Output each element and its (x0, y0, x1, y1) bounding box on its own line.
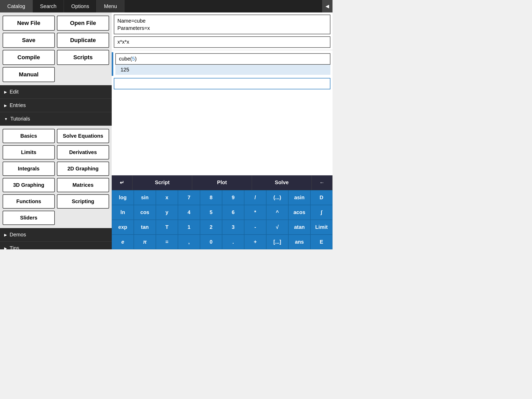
tutorial-solve-equations[interactable]: Solve Equations (57, 129, 109, 143)
expression-area: Name=cube Parameters=x x*x*x cube(5) 125 (112, 12, 332, 175)
function-call-block: cube(5) 125 (112, 52, 332, 76)
tips-section-label: Tips (10, 245, 19, 249)
sidebar: New File Open File Save Duplicate Compil… (0, 12, 112, 249)
result-display: 125 (115, 65, 330, 75)
key-D-button[interactable]: D (310, 190, 332, 205)
open-file-button[interactable]: Open File (57, 16, 109, 31)
key-T-button[interactable]: T (156, 220, 178, 235)
call-argument: 5 (132, 56, 135, 62)
enter-button[interactable]: ↵ (112, 175, 132, 190)
keyboard-top-row: ↵ Script Plot Solve ← (112, 175, 332, 190)
save-button[interactable]: Save (3, 33, 55, 48)
tutorials-section-header[interactable]: Tutorials (0, 112, 112, 126)
tutorial-basics[interactable]: Basics (3, 129, 55, 143)
key-ln-button[interactable]: ln (112, 205, 134, 220)
tutorials-section-label: Tutorials (10, 116, 30, 122)
menu-bar: Catalog Search Options Menu ◀ (0, 0, 332, 12)
function-body-input[interactable]: x*x*x (114, 36, 330, 48)
entries-section-header[interactable]: Entries (0, 99, 112, 112)
key--button[interactable]: π (134, 235, 156, 249)
entries-section-label: Entries (10, 102, 26, 108)
tutorial-integrals[interactable]: Integrals (3, 162, 55, 176)
key--button[interactable]: ^ (266, 205, 288, 220)
collapse-button[interactable]: ◀ (322, 0, 332, 12)
tutorial-functions[interactable]: Functions (3, 194, 55, 209)
key--button[interactable]: . (222, 235, 244, 249)
key--button[interactable]: √ (266, 220, 288, 235)
compile-button[interactable]: Compile (3, 50, 55, 65)
key--button[interactable]: / (244, 190, 266, 205)
function-call-input[interactable]: cube(5) (115, 53, 330, 65)
key-0-button[interactable]: 0 (200, 235, 222, 249)
tips-arrow-icon (4, 246, 7, 250)
key--button[interactable]: * (244, 205, 266, 220)
right-panel: Name=cube Parameters=x x*x*x cube(5) 125 (112, 12, 332, 249)
file-buttons-area: New File Open File Save Duplicate Compil… (0, 12, 112, 85)
key-sin-button[interactable]: sin (134, 190, 156, 205)
key--button[interactable]: (...) (266, 190, 288, 205)
function-definition-input[interactable]: Name=cube Parameters=x (114, 15, 330, 34)
tutorials-arrow-icon (4, 117, 8, 121)
tutorial-limits[interactable]: Limits (3, 145, 55, 159)
key-log-button[interactable]: log (112, 190, 134, 205)
key-Limit-button[interactable]: Limit (310, 220, 332, 235)
key-9-button[interactable]: 9 (222, 190, 244, 205)
edit-section-label: Edit (10, 89, 18, 95)
key--button[interactable]: , (178, 235, 200, 249)
key-atan-button[interactable]: atan (288, 220, 310, 235)
demos-section-label: Demos (10, 232, 26, 238)
tutorial-scripting[interactable]: Scripting (57, 194, 109, 209)
key--button[interactable]: ∫ (310, 205, 332, 220)
key-y-button[interactable]: y (156, 205, 178, 220)
key-acos-button[interactable]: acos (288, 205, 310, 220)
key-8-button[interactable]: 8 (200, 190, 222, 205)
empty-input-row (114, 78, 330, 89)
tutorial-derivatives[interactable]: Derivatives (57, 145, 109, 159)
key-e-button[interactable]: e (112, 235, 134, 249)
entries-arrow-icon (4, 103, 7, 108)
backspace-button[interactable]: ← (312, 175, 332, 190)
tutorial-matrices[interactable]: Matrices (57, 178, 109, 192)
key-asin-button[interactable]: asin (288, 190, 310, 205)
function-params-line: Parameters=x (117, 24, 327, 32)
key-5-button[interactable]: 5 (200, 205, 222, 220)
edit-arrow-icon (4, 90, 7, 94)
tutorial-3d-graphing[interactable]: 3D Graphing (3, 178, 55, 192)
key--button[interactable]: + (244, 235, 266, 249)
script-button[interactable]: Script (132, 175, 192, 190)
empty-input[interactable] (114, 78, 330, 89)
solve-button[interactable]: Solve (252, 175, 312, 190)
duplicate-button[interactable]: Duplicate (57, 33, 109, 48)
key-ans-button[interactable]: ans (288, 235, 310, 249)
key-E-button[interactable]: E (310, 235, 332, 249)
options-menu[interactable]: Options (64, 0, 97, 12)
demos-section-header[interactable]: Demos (0, 228, 112, 242)
new-file-button[interactable]: New File (3, 16, 55, 31)
main-layout: New File Open File Save Duplicate Compil… (0, 12, 332, 249)
search-menu[interactable]: Search (33, 0, 64, 12)
key-x-button[interactable]: x (156, 190, 178, 205)
key-2-button[interactable]: 2 (200, 220, 222, 235)
scripts-button[interactable]: Scripts (57, 50, 109, 65)
tutorial-sliders[interactable]: Sliders (3, 211, 55, 225)
function-name-line: Name=cube (117, 17, 327, 24)
key-tan-button[interactable]: tan (134, 220, 156, 235)
tutorial-2d-graphing[interactable]: 2D Graphing (57, 162, 109, 176)
key-4-button[interactable]: 4 (178, 205, 200, 220)
key--button[interactable]: [...] (266, 235, 288, 249)
key-exp-button[interactable]: exp (112, 220, 134, 235)
manual-button[interactable]: Manual (3, 67, 55, 82)
key--button[interactable]: - (244, 220, 266, 235)
tutorials-content: Basics Solve Equations Limits Derivative… (0, 126, 112, 228)
key-1-button[interactable]: 1 (178, 220, 200, 235)
key-6-button[interactable]: 6 (222, 205, 244, 220)
catalog-menu[interactable]: Catalog (0, 0, 33, 12)
key-cos-button[interactable]: cos (134, 205, 156, 220)
key-7-button[interactable]: 7 (178, 190, 200, 205)
key--button[interactable]: = (156, 235, 178, 249)
plot-button[interactable]: Plot (192, 175, 252, 190)
tips-section-header[interactable]: Tips (0, 242, 112, 249)
edit-section-header[interactable]: Edit (0, 85, 112, 99)
menu-menu[interactable]: Menu (97, 0, 124, 12)
key-3-button[interactable]: 3 (222, 220, 244, 235)
